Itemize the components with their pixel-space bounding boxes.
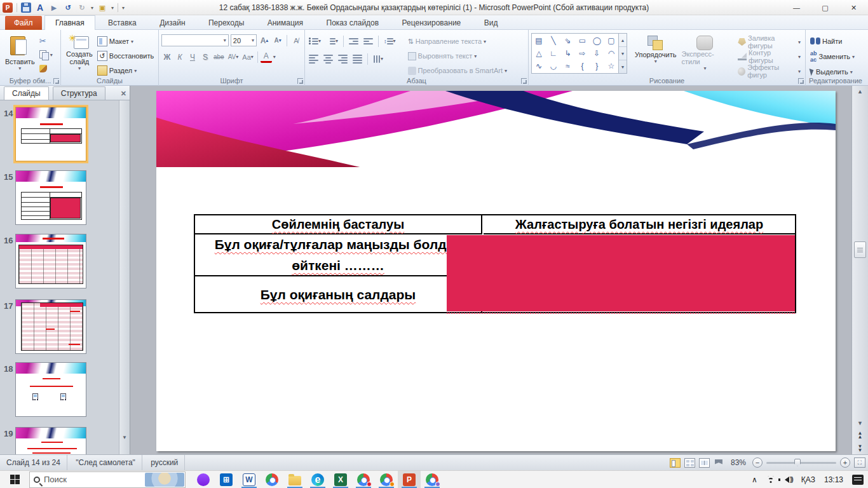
shape-outline-button[interactable]: Контур фигуры▾	[736, 50, 803, 63]
theme-name[interactable]: "След самолета"	[69, 455, 142, 470]
shape-right-brace-icon[interactable]: }	[591, 60, 602, 72]
slide-thumbnail-19[interactable]	[15, 427, 86, 454]
normal-view-button[interactable]	[670, 458, 681, 468]
tab-file[interactable]: Файл	[5, 16, 42, 30]
shape-arc-icon[interactable]: ◡	[548, 60, 559, 72]
copy-button[interactable]: ▾	[37, 48, 55, 61]
zoom-level[interactable]: 83%	[731, 458, 746, 467]
underline-button[interactable]: Ч	[187, 51, 198, 63]
shrink-font-button[interactable]: A▾	[272, 34, 283, 46]
shape-down-arrow-icon[interactable]: ⇩	[591, 48, 602, 59]
shape-arrow-icon[interactable]: ⇘	[562, 35, 574, 46]
search-highlight-image[interactable]	[145, 473, 184, 487]
shapes-gallery[interactable]: ▤ ╲ ⇘ ▭ ◯ ▢ △ ∟ ↳ ⇨ ⇩ ◠	[531, 33, 619, 74]
shape-elbow-icon[interactable]: ∟	[548, 48, 559, 59]
close-button[interactable]: ✕	[839, 0, 868, 15]
tab-outline[interactable]: Структура	[53, 86, 105, 100]
tab-transitions[interactable]: Переходы	[198, 16, 254, 30]
font-size-combobox[interactable]: 20▾	[231, 34, 257, 46]
shape-oval-icon[interactable]: ◯	[591, 35, 602, 46]
font-dialog-launcher-icon[interactable]	[297, 78, 303, 84]
tab-review[interactable]: Рецензирование	[392, 16, 471, 30]
replace-button[interactable]: abacЗаменить▾	[808, 50, 863, 63]
new-slide-button[interactable]: ✳ Создать слайд ▾	[64, 32, 95, 72]
quick-styles-button[interactable]: Экспресс-стили ▾	[679, 32, 731, 72]
taskbar-chrome-profile-icon[interactable]	[375, 471, 398, 488]
tab-insert[interactable]: Вставка	[98, 16, 147, 30]
language-indicator[interactable]: русский	[144, 455, 185, 470]
keyboard-language[interactable]: ҚАЗ	[797, 471, 820, 488]
align-center-button[interactable]	[322, 53, 334, 65]
italic-button[interactable]: К	[174, 51, 186, 63]
paragraph-dialog-launcher-icon[interactable]	[521, 78, 527, 84]
next-slide-button[interactable]: ▼ ▼	[854, 445, 866, 452]
previous-slide-button[interactable]: ▲ ▲	[854, 431, 866, 439]
strikethrough-button[interactable]: abe	[212, 51, 226, 63]
align-left-button[interactable]	[308, 53, 320, 65]
slide-sorter-view-button[interactable]	[684, 458, 695, 468]
clock[interactable]: 13:13	[820, 471, 848, 488]
tab-design[interactable]: Дизайн	[149, 16, 195, 30]
start-button[interactable]	[0, 471, 29, 488]
paste-button[interactable]: Вставить ▾	[3, 32, 37, 72]
align-right-button[interactable]	[337, 53, 349, 65]
font-color-dropdown-icon[interactable]: ▾	[273, 54, 276, 60]
bold-button[interactable]: Ж	[161, 51, 173, 63]
tab-animations[interactable]: Анимация	[257, 16, 313, 30]
bullets-button[interactable]: ▾	[308, 35, 322, 47]
select-button[interactable]: Выделить▾	[808, 65, 863, 78]
red-cover-shape[interactable]	[447, 235, 795, 311]
slide-thumbnail-18[interactable]	[15, 362, 86, 417]
shape-elbow-arrow-icon[interactable]: ↳	[562, 48, 574, 59]
shape-star-icon[interactable]: ☆	[606, 60, 617, 72]
panel-scrollbar[interactable]: ▼	[119, 100, 130, 454]
slide-counter[interactable]: Слайд 14 из 24	[0, 455, 67, 470]
drawing-dialog-launcher-icon[interactable]	[798, 78, 804, 84]
shape-scribble-icon[interactable]: ∿	[533, 60, 545, 72]
numbering-button[interactable]: ▾	[325, 35, 339, 47]
font-name-combobox[interactable]: ▾	[161, 34, 229, 46]
grow-font-button[interactable]: A▴	[259, 34, 270, 46]
tab-slides-thumbnails[interactable]: Слайды	[4, 86, 49, 100]
slide-thumbnail-17[interactable]	[15, 299, 86, 354]
slide-thumbnail-15[interactable]	[15, 170, 86, 225]
shape-right-arrow-icon[interactable]: ⇨	[576, 48, 588, 59]
clipboard-dialog-launcher-icon[interactable]	[53, 78, 59, 84]
scrollbar-thumb[interactable]	[854, 241, 866, 258]
vertical-scrollbar[interactable]: ▲ ▼ ▲ ▲ ▼ ▼	[851, 86, 868, 454]
shapes-scroll-down-icon[interactable]: ▼	[619, 47, 627, 60]
tray-chevron-icon[interactable]: ∧	[747, 471, 762, 488]
current-slide[interactable]: 2-ЖҰП ТАПСЫРМАСЫ Сөйлемнің басталуы Жалғ…	[156, 91, 836, 451]
taskbar-excel-icon[interactable]: X	[329, 471, 352, 488]
font-color-button[interactable]: A	[261, 51, 272, 63]
minimize-button[interactable]: —	[782, 0, 811, 15]
justify-button[interactable]	[351, 53, 363, 65]
scroll-up-icon[interactable]: ▲	[854, 88, 866, 95]
taskbar-chrome-profile-icon[interactable]	[352, 471, 375, 488]
fit-to-window-button[interactable]: ⛶	[854, 458, 865, 468]
shape-rectangle-icon[interactable]: ▭	[576, 35, 588, 46]
maximize-button[interactable]: ▢	[811, 0, 839, 15]
find-button[interactable]: Найти	[808, 35, 863, 48]
shape-rounded-rectangle-icon[interactable]: ▢	[606, 35, 617, 46]
convert-smartart-button[interactable]: Преобразовать в SmartArt▾	[406, 64, 509, 77]
decrease-indent-button[interactable]	[348, 35, 360, 47]
shapes-scroll-up-icon[interactable]: ▲	[619, 34, 627, 47]
scroll-down-icon[interactable]: ▼	[854, 420, 866, 426]
slide-thumbnail-16[interactable]	[15, 234, 86, 288]
volume-icon[interactable]: )))	[780, 471, 797, 488]
section-button[interactable]: Раздел▾	[95, 64, 156, 77]
clear-formatting-button[interactable]: A̸	[290, 34, 302, 46]
line-spacing-button[interactable]: ↕▾	[383, 35, 397, 47]
text-direction-button[interactable]: ⇅Направление текста▾	[406, 35, 509, 48]
change-case-button[interactable]: Aa▾	[241, 51, 254, 63]
panel-close-icon[interactable]: ✕	[121, 90, 126, 98]
format-painter-button[interactable]	[37, 62, 55, 75]
shape-cloud-icon[interactable]: ◠	[606, 48, 617, 59]
cut-button[interactable]: ✂	[37, 34, 55, 47]
shape-text-box-icon[interactable]: ▤	[533, 35, 545, 46]
taskbar-powerpoint-icon[interactable]: P	[398, 471, 421, 488]
arrange-button[interactable]: Упорядочить ▾	[632, 32, 679, 72]
taskbar-word-icon[interactable]: W	[238, 471, 261, 488]
columns-button[interactable]: ▾	[372, 53, 384, 65]
